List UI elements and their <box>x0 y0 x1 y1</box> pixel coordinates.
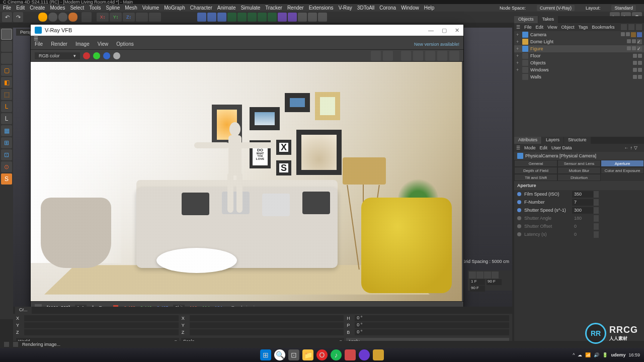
render-output[interactable]: DOWHATYOULOVE X S <box>31 62 462 301</box>
menu-create[interactable]: Create <box>30 5 45 11</box>
tree-item-camera[interactable]: + Camera <box>514 31 644 38</box>
viewport-solo-icon[interactable]: ▦ <box>1 125 12 136</box>
anim-dot-icon[interactable] <box>517 200 521 204</box>
workplane-icon[interactable] <box>1 53 12 64</box>
tree-item-domelight[interactable]: + Dome Light ✓ <box>514 38 644 45</box>
vfb-menu-view[interactable]: View <box>98 41 109 47</box>
size-x-input[interactable] <box>190 315 344 321</box>
subtab-sensor[interactable]: Sensor and Lens <box>557 160 601 167</box>
rot-h-input[interactable]: 0 ° <box>355 315 509 321</box>
visibility-editor-toggle[interactable] <box>633 54 637 58</box>
app-icon[interactable] <box>345 349 356 360</box>
obj-menu-edit[interactable]: Edit <box>536 25 544 30</box>
gen-subdiv-icon[interactable] <box>227 13 236 22</box>
visibility-editor-toggle[interactable] <box>633 68 637 72</box>
status-warning-icon[interactable] <box>4 342 9 347</box>
tray-chevron-icon[interactable]: ^ <box>573 352 575 357</box>
pos-z-input[interactable] <box>24 329 179 335</box>
rot-b-input[interactable]: 0 ° <box>355 329 509 335</box>
expand-icon[interactable]: + <box>516 39 520 44</box>
camera-add-icon[interactable] <box>298 13 307 22</box>
subtab-tiltshift[interactable]: Tilt and Shift <box>514 174 557 181</box>
tag2-icon[interactable] <box>637 32 642 37</box>
menu-mograph[interactable]: MoGraph <box>164 5 185 11</box>
tree-item-objects[interactable]: + Objects <box>514 59 644 66</box>
taskbar-time[interactable]: 16:59 <box>628 352 640 357</box>
vfb-save-icon[interactable] <box>371 51 381 61</box>
enable-check[interactable]: ✓ <box>637 46 642 51</box>
nav-filter-icon[interactable]: ▽ <box>634 145 637 150</box>
vfb-titlebar[interactable]: V-Ray VFB — ▢ ✕ <box>31 25 463 36</box>
subtab-aperture[interactable]: Aperture <box>601 160 644 167</box>
tab-objects[interactable]: Objects <box>514 16 538 23</box>
spline-pen-icon[interactable] <box>217 13 226 22</box>
explorer-icon[interactable]: 📁 <box>302 349 313 360</box>
obj-filter-icon[interactable] <box>636 24 642 30</box>
coord-object-icon[interactable] <box>149 13 161 22</box>
menu-select[interactable]: Select <box>70 5 84 11</box>
visibility-render-toggle[interactable] <box>626 32 630 36</box>
live-select-icon[interactable] <box>38 13 47 22</box>
visibility-editor-toggle[interactable] <box>627 39 631 43</box>
layout-dropdown[interactable]: Standard <box>611 5 636 11</box>
visibility-render-toggle[interactable] <box>638 68 642 72</box>
texture-mode-icon[interactable] <box>1 41 12 52</box>
poly-mode-icon[interactable]: ◧ <box>1 77 12 88</box>
enable-check[interactable]: ✓ <box>637 39 642 44</box>
model-mode-icon[interactable] <box>1 29 12 40</box>
nav-up-icon[interactable]: ↑ <box>630 145 633 150</box>
menu-animate[interactable]: Animate <box>217 5 236 11</box>
menu-tools[interactable]: Tools <box>89 5 101 11</box>
workplane2-icon[interactable]: ⊡ <box>1 149 12 160</box>
size-z-input[interactable] <box>190 329 344 335</box>
obj-menu-file[interactable]: File <box>524 25 532 30</box>
menu-volume[interactable]: Volume <box>142 5 159 11</box>
tree-item-floor[interactable]: + Floor <box>514 52 644 59</box>
enable-axis-icon[interactable]: L <box>1 113 12 124</box>
subtab-dof[interactable]: Depth of Field <box>514 167 557 174</box>
pos-x-input[interactable] <box>24 315 179 321</box>
point-mode-icon[interactable]: ⬚ <box>1 89 12 100</box>
move-tool-icon[interactable] <box>48 13 57 22</box>
spinner-icon[interactable] <box>594 207 599 214</box>
vfb-menu-render[interactable]: Render <box>51 41 67 47</box>
axis-z-toggle[interactable]: Z↕ <box>123 13 135 22</box>
nodespace-dropdown[interactable]: Current (V-Ray) <box>537 5 575 11</box>
tree-item-walls[interactable]: Walls <box>514 73 644 80</box>
menu-simulate[interactable]: Simulate <box>240 5 260 11</box>
visibility-editor-toggle[interactable] <box>627 46 631 50</box>
anim-dot-icon[interactable] <box>517 208 521 212</box>
menu-spline[interactable]: Spline <box>106 5 120 11</box>
axis-x-toggle[interactable]: X↕ <box>97 13 109 22</box>
visibility-render-toggle[interactable] <box>632 46 636 50</box>
vfb-region-icon[interactable] <box>401 51 411 61</box>
hamburger-icon[interactable]: ☰ <box>516 25 520 30</box>
search-icon[interactable]: 🔍 <box>274 349 285 360</box>
channel-dropdown[interactable]: RGB color▾ <box>35 52 80 59</box>
vfb-stop-icon[interactable] <box>425 51 435 61</box>
vfb-history-icon[interactable] <box>383 51 393 61</box>
solo-icon[interactable]: S <box>1 173 12 185</box>
coord-world-icon[interactable] <box>136 13 148 22</box>
obj-menu-tags[interactable]: Tags <box>578 25 588 30</box>
axis-y-toggle[interactable]: Y↕ <box>110 13 122 22</box>
next-key-icon[interactable] <box>492 272 499 279</box>
light-add-icon[interactable] <box>308 13 317 22</box>
attr-menu-userdata[interactable]: User Data <box>551 145 572 150</box>
tab-layers[interactable]: Layers <box>542 137 564 144</box>
prim-cube-icon[interactable] <box>197 13 206 22</box>
visibility-render-toggle[interactable] <box>638 61 642 65</box>
visibility-editor-toggle[interactable] <box>633 75 637 79</box>
pos-y-input[interactable] <box>24 322 179 328</box>
tab-structure[interactable]: Structure <box>564 137 591 144</box>
tab-takes[interactable]: Takes <box>538 16 558 23</box>
tag-add-icon[interactable] <box>318 13 327 22</box>
nav-back-icon[interactable]: ← <box>624 145 629 150</box>
tree-item-windows[interactable]: + Windows <box>514 66 644 73</box>
hamburger-icon[interactable]: ☰ <box>516 145 520 150</box>
menu-3dtoall[interactable]: 3DToAll <box>357 5 374 11</box>
subtab-general[interactable]: General <box>514 160 557 167</box>
attr-menu-edit[interactable]: Edit <box>540 145 548 150</box>
axis-mode-icon[interactable]: L <box>1 101 12 112</box>
expand-icon[interactable]: + <box>516 32 520 37</box>
